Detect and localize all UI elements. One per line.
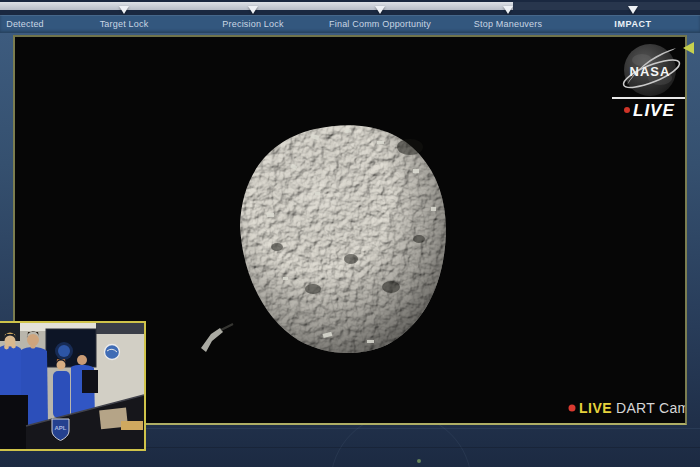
milestone-final-comm: Final Comm Opportunity (329, 19, 431, 29)
milestone-marker-icon (119, 6, 129, 14)
live-overlay-label: LIVE (633, 101, 675, 120)
record-dot-icon (624, 107, 630, 113)
live-divider-line (612, 97, 685, 99)
camera-badge-name: DART Cam (616, 400, 685, 416)
mission-control-scene: APL (0, 323, 144, 449)
milestone-marker-icon (248, 6, 258, 14)
milestone-label-row: Detected Target Lock Precision Lock Fina… (0, 15, 700, 33)
debris-fragment (201, 324, 233, 352)
apl-shield-text: APL (55, 425, 67, 431)
milestone-marker-icon (375, 6, 385, 14)
milestone-detected: Detected (6, 19, 44, 29)
milestone-impact: IMPACT (614, 19, 651, 29)
camera-badge: LIVE DART Cam (569, 400, 686, 416)
milestone-marker-icon (628, 6, 638, 14)
mission-timeline-bar (0, 0, 700, 15)
background-dot (417, 459, 421, 463)
frame-edge-arrow-icon (683, 42, 694, 54)
nasa-logo-text: NASA (630, 64, 671, 79)
camera-badge-live: LIVE (579, 400, 612, 416)
dart-livestream-screen: Detected Target Lock Precision Lock Fina… (0, 0, 700, 467)
record-dot-icon (569, 405, 576, 412)
mission-control-pip: APL (0, 321, 146, 451)
wall-logo (105, 345, 120, 360)
asteroid-dimorphos (201, 125, 446, 353)
desk-monitor (82, 370, 98, 393)
milestone-marker-icon (503, 6, 513, 14)
milestone-stop-maneuvers: Stop Maneuvers (474, 19, 542, 29)
milestone-precision-lock: Precision Lock (222, 19, 283, 29)
milestone-target-lock: Target Lock (100, 19, 149, 29)
wall-screen (46, 329, 96, 367)
nasa-logo: NASA (620, 44, 682, 96)
